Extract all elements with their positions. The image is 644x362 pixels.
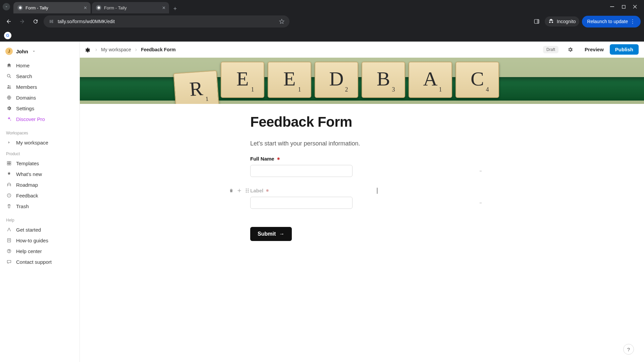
close-window-button[interactable] [633, 4, 637, 9]
settings-icon [6, 105, 12, 111]
svg-point-6 [7, 74, 10, 77]
relaunch-button[interactable]: Relaunch to update ⋮ [582, 16, 641, 27]
svg-point-17 [246, 188, 247, 189]
chevron-right-icon [6, 139, 12, 145]
svg-point-8 [9, 85, 10, 86]
sidebar-item-discover-pro[interactable]: Discover Pro [3, 114, 76, 124]
scrabble-tile: D2 [315, 62, 358, 98]
form-settings-button[interactable] [567, 47, 573, 53]
sidebar-item-roadmap[interactable]: Roadmap [3, 180, 76, 190]
form-intro[interactable]: Let's start with your personal informati… [250, 140, 485, 147]
form-title[interactable]: Feedback Form [250, 114, 485, 130]
getstarted-icon [6, 227, 12, 233]
sidebar-item-members[interactable]: Members [3, 82, 76, 92]
label-input[interactable] [250, 197, 353, 209]
resize-handle-icon[interactable]: ＝ [479, 168, 482, 174]
sidebar-item-help-center[interactable]: Help center [3, 246, 76, 256]
breadcrumb-workspace[interactable]: My workspace [101, 47, 131, 52]
full-name-input[interactable] [250, 165, 353, 177]
scrabble-tile: R1 [173, 70, 219, 104]
field-label-placeholder[interactable]: Label ✱ [250, 188, 485, 193]
contact-icon [6, 259, 12, 265]
back-button[interactable] [3, 16, 14, 27]
chevron-down-icon [4, 5, 8, 9]
sidebar-item-label: Templates [16, 161, 39, 166]
delete-block-button[interactable] [228, 187, 234, 193]
templates-icon [6, 160, 12, 166]
svg-rect-0 [610, 6, 614, 7]
submit-button[interactable]: Submit → [250, 227, 292, 241]
sidebar-item-label: How-to guides [16, 238, 48, 243]
svg-rect-12 [7, 164, 9, 165]
minimize-button[interactable] [610, 4, 614, 9]
cover-image[interactable]: R1E1E1D2B3A1C4 [80, 58, 644, 104]
sidebar-item-domains[interactable]: Domains [3, 93, 76, 103]
sidebar-item-search[interactable]: Search [3, 71, 76, 81]
sidebar-item-what-s-new[interactable]: What's new [3, 169, 76, 179]
incognito-icon [548, 18, 554, 24]
breadcrumb-page[interactable]: Feedback Form [141, 47, 175, 52]
svg-point-22 [248, 191, 249, 192]
sidebar-item-trash[interactable]: Trash [3, 201, 76, 211]
url-text: tally.so/forms/wd0MMK/edit [58, 19, 275, 24]
maximize-button[interactable] [621, 4, 626, 9]
url-bar[interactable]: tally.so/forms/wd0MMK/edit [44, 15, 289, 27]
svg-rect-1 [622, 5, 625, 8]
preview-button[interactable]: Preview [582, 45, 606, 54]
tally-favicon: ✱ [17, 5, 23, 10]
browser-tab[interactable]: ✱ Form - Tally ✕ [13, 2, 91, 13]
roadmap-icon [6, 182, 12, 188]
new-tab-button[interactable]: + [170, 4, 180, 13]
required-icon: ✱ [266, 189, 269, 192]
reload-button[interactable] [30, 16, 41, 27]
help-fab-button[interactable]: ? [623, 344, 634, 355]
sidebar-item-get-started[interactable]: Get started [3, 225, 76, 235]
sidebar-item-label: Members [16, 84, 37, 90]
sidebar-item-templates[interactable]: Templates [3, 158, 76, 168]
close-tab-button[interactable]: ✕ [162, 5, 166, 10]
site-settings-icon[interactable] [48, 18, 54, 24]
sidebar-item-home[interactable]: Home [3, 60, 76, 70]
sidebar-item-label: Roadmap [16, 182, 38, 188]
incognito-label: Incognito [557, 19, 576, 24]
scrabble-tile: A1 [409, 62, 452, 98]
resize-handle-icon[interactable]: ＝ [479, 200, 482, 206]
bookmark-star-icon[interactable] [279, 18, 285, 24]
tally-logo-icon[interactable]: ✱ [85, 47, 91, 53]
sidebar-item-contact-support[interactable]: Contact support [3, 257, 76, 267]
text-cursor [377, 188, 377, 194]
draft-badge: Draft [543, 46, 558, 53]
side-panel-button[interactable] [531, 16, 542, 27]
whatsnew-icon [6, 171, 12, 177]
tab-search-button[interactable] [3, 3, 10, 10]
sidebar-item-feedback[interactable]: Feedback [3, 190, 76, 200]
svg-rect-10 [7, 162, 9, 163]
tally-favicon: ✱ [96, 5, 101, 10]
sidebar-item-how-to-guides[interactable]: How-to guides [3, 235, 76, 245]
sidebar-item-settings[interactable]: Settings [3, 103, 76, 113]
sidebar-item-label: Trash [16, 203, 29, 209]
trash-icon [6, 203, 12, 209]
workspace-item[interactable]: My workspace [3, 137, 76, 147]
relaunch-menu-icon[interactable]: ⋮ [630, 18, 635, 25]
bookmark-google[interactable]: G [4, 32, 11, 39]
product-heading: Product [3, 149, 76, 158]
svg-rect-13 [9, 164, 11, 165]
sparkle-icon [6, 116, 12, 122]
sidebar-item-label: What's new [16, 171, 42, 177]
workspace-label: My workspace [16, 140, 48, 145]
browser-tab[interactable]: ✱ Form - Tally ✕ [92, 2, 169, 13]
domains-icon [6, 95, 12, 101]
field-label[interactable]: Full Name ✱ [250, 156, 485, 162]
drag-handle-icon[interactable] [244, 187, 250, 193]
svg-rect-5 [537, 19, 539, 23]
sidebar-item-label: Help center [16, 248, 42, 254]
incognito-indicator[interactable]: Incognito [545, 16, 579, 26]
publish-button[interactable]: Publish [610, 44, 639, 55]
scrabble-tile: E1 [221, 62, 264, 98]
user-menu[interactable]: J John [3, 46, 76, 56]
close-tab-button[interactable]: ✕ [84, 5, 87, 10]
add-block-button[interactable] [236, 187, 242, 193]
forward-button[interactable] [17, 16, 28, 27]
relaunch-label: Relaunch to update [587, 19, 628, 24]
